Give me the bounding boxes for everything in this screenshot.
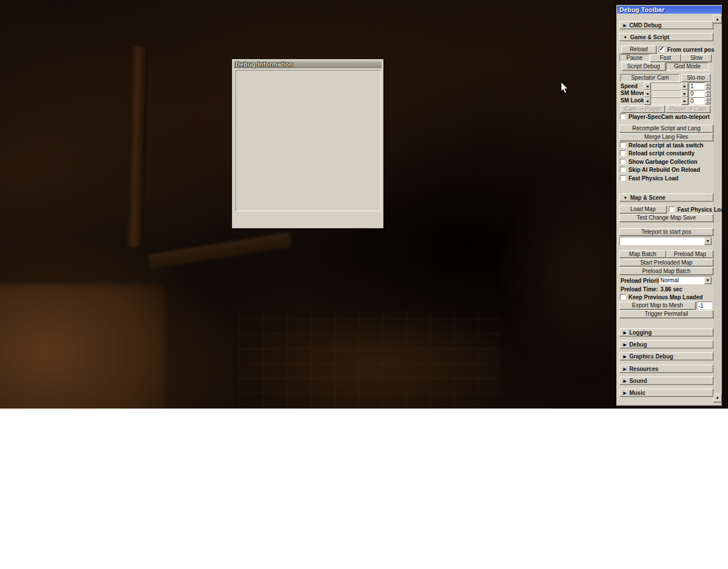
chevron-down-icon: ▼: [623, 35, 627, 39]
speed-decrease-button[interactable]: ◄: [644, 83, 651, 90]
speed-label: Speed: [621, 83, 638, 89]
show-garbage-collection-checkbox[interactable]: [620, 159, 626, 164]
spin-up-icon: ▲: [707, 83, 709, 85]
skip-ai-rebuild-checkbox[interactable]: [620, 167, 626, 172]
section-label: Graphics Debug: [629, 353, 673, 360]
debug-information-window: Debug Information: [232, 59, 383, 228]
spin-down-icon: ▼: [707, 86, 709, 89]
load-map-button[interactable]: Load Map: [619, 205, 667, 213]
speed-increase-button[interactable]: ►: [681, 83, 688, 90]
fast-physics-load-checkbox[interactable]: [620, 175, 626, 181]
window-titlebar[interactable]: Debug Toolbar: [617, 6, 721, 14]
recompile-script-lang-button[interactable]: Recompile Script and Lang: [619, 125, 713, 133]
from-current-pos-checkbox[interactable]: ✓: [659, 47, 664, 52]
section-header-resources[interactable]: ▶ Resources: [619, 365, 713, 373]
chevron-right-icon: ▶: [623, 379, 626, 383]
checkbox-label: From current pos: [667, 47, 714, 53]
trigger-permafail-button[interactable]: Trigger Permafail: [619, 310, 713, 318]
section-label: Resources: [629, 366, 658, 372]
chevron-right-icon: ▶: [623, 23, 626, 27]
spectator-cam-toggle-button[interactable]: Spectator Cam: [621, 74, 680, 82]
slo-mo-toggle-button[interactable]: Slo-mo: [681, 74, 710, 82]
speed-spin-down-button[interactable]: ▼: [705, 86, 710, 89]
slow-toggle-button[interactable]: Slow: [681, 54, 712, 62]
down-arrow-icon: ▼: [715, 396, 719, 400]
pause-toggle-button[interactable]: Pause: [619, 54, 650, 62]
test-change-map-save-button[interactable]: Test Change Map Save: [619, 214, 713, 222]
export-map-to-mesh-button[interactable]: Export Map to Mesh: [619, 302, 696, 310]
preload-priority-dropdown-button[interactable]: ▼: [704, 277, 712, 284]
god-mode-toggle-button[interactable]: God Mode: [666, 63, 709, 71]
section-header-map-scene[interactable]: ▼ Map & Scene: [619, 193, 713, 201]
start-preloaded-map-button[interactable]: Start Preloaded Map: [619, 259, 713, 266]
section-label: CMD Debug: [629, 22, 661, 28]
section-header-sound[interactable]: ▶ Sound: [619, 377, 713, 385]
down-arrow-icon: ▼: [706, 278, 710, 282]
sm-move-label: SM Move: [621, 90, 645, 96]
section-label: Game & Script: [630, 34, 669, 40]
checkbox-label: Fast Physics Load: [628, 175, 679, 182]
preload-time-value: 3.86 sec: [660, 286, 682, 292]
sm-look-value-input[interactable]: [689, 97, 705, 105]
window-titlebar[interactable]: Debug Information: [234, 61, 382, 68]
right-arrow-icon: ►: [683, 84, 687, 88]
merge-lang-files-button[interactable]: Merge Lang Files: [619, 133, 713, 141]
up-arrow-icon: ▲: [715, 17, 719, 21]
speed-value-input[interactable]: [689, 83, 705, 90]
section-header-debug[interactable]: ▶ Debug: [619, 340, 713, 348]
section-header-logging[interactable]: ▶ Logging: [619, 328, 713, 336]
checkbox-label: Keep Previous Map Loaded: [628, 294, 703, 300]
checkbox-label: Show Garbage Collection: [628, 159, 697, 165]
map-batch-button[interactable]: Map Batch: [619, 250, 666, 258]
wooden-beam: [126, 47, 148, 248]
left-arrow-icon: ◄: [646, 99, 650, 103]
map-fast-physics-checkbox[interactable]: [669, 207, 675, 212]
sm-move-decrease-button[interactable]: ◄: [644, 90, 651, 97]
section-header-graphics-debug[interactable]: ▶ Graphics Debug: [619, 352, 713, 360]
section-label: Sound: [629, 378, 647, 384]
reload-constantly-checkbox[interactable]: [620, 150, 626, 156]
left-arrow-icon: ◄: [646, 84, 650, 88]
map-combo-input[interactable]: [619, 237, 712, 245]
sm-move-increase-button[interactable]: ►: [681, 90, 688, 97]
reload-task-switch-checkbox[interactable]: [620, 142, 626, 148]
preload-map-button[interactable]: Preload Map: [667, 250, 713, 258]
sm-look-spin-down-button[interactable]: ▼: [705, 101, 710, 104]
sm-look-decrease-button[interactable]: ◄: [644, 97, 651, 105]
teleport-to-start-pos-button[interactable]: Teleport to start pos: [619, 228, 713, 236]
chevron-down-icon: ▼: [623, 196, 627, 200]
chevron-right-icon: ▶: [623, 367, 626, 371]
preload-map-batch-button[interactable]: Preload Map Batch: [619, 267, 713, 275]
scroll-down-button[interactable]: ▼: [713, 394, 722, 402]
script-debug-toggle-button[interactable]: Script Debug: [622, 63, 665, 71]
sm-move-spin-down-button[interactable]: ▼: [705, 93, 710, 97]
spin-up-icon: ▲: [707, 90, 709, 93]
fast-toggle-button[interactable]: Fast: [650, 54, 681, 62]
reload-button[interactable]: Reload: [621, 46, 656, 53]
auto-teleport-checkbox[interactable]: [620, 114, 626, 119]
section-header-cmd-debug[interactable]: ▶ CMD Debug: [619, 21, 713, 29]
checkbox-label: Fast Physics Load: [677, 207, 727, 213]
sm-look-label: SM Look: [621, 97, 644, 104]
player-to-cam-button[interactable]: Player -> Cam: [665, 105, 710, 113]
map-combo-dropdown-button[interactable]: ▼: [704, 237, 712, 245]
debug-information-list[interactable]: [235, 70, 381, 211]
debug-toolbar-panel: Debug Toolbar ▲ ▼ ▶ CMD Debug ▼ Game & S…: [616, 5, 722, 406]
sm-look-increase-button[interactable]: ►: [681, 97, 688, 105]
section-header-game-script[interactable]: ▼ Game & Script: [619, 33, 713, 41]
section-label: Map & Scene: [630, 195, 665, 201]
cam-to-player-button[interactable]: Cam -> Player: [621, 105, 665, 113]
section-header-music[interactable]: ▶ Music: [619, 389, 713, 397]
sm-move-value-input[interactable]: [689, 90, 705, 97]
preload-time-label: Preload Time:: [621, 286, 658, 292]
right-arrow-icon: ►: [683, 92, 687, 96]
scroll-up-button[interactable]: ▲: [713, 15, 722, 23]
stone-floor: [239, 310, 500, 409]
section-label: Logging: [629, 329, 651, 336]
right-arrow-icon: ►: [683, 99, 687, 103]
keep-previous-map-checkbox[interactable]: [620, 294, 626, 300]
checkbox-label: Player-SpecCam auto-teleport: [628, 114, 710, 120]
section-label: Music: [629, 390, 645, 396]
chevron-right-icon: ▶: [623, 343, 626, 347]
export-mesh-value-input[interactable]: [697, 302, 712, 310]
